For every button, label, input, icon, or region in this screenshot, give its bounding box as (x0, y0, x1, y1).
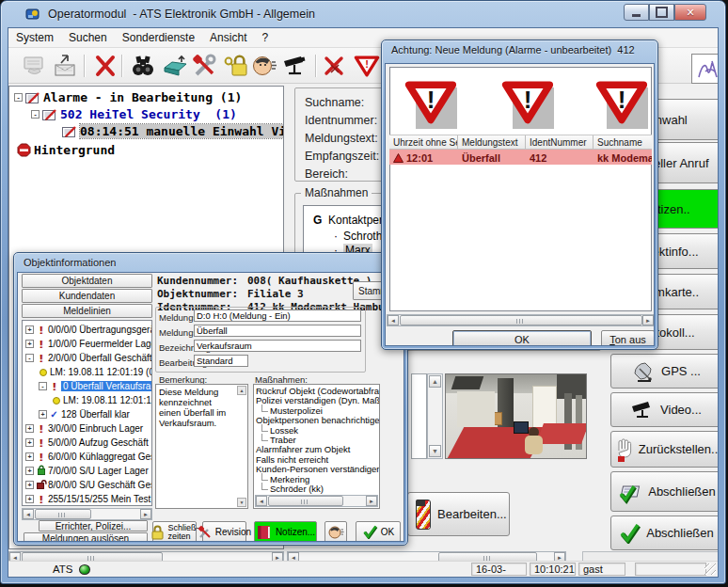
alarmkarte-abschliessen-button[interactable]: Abschließen (610, 471, 719, 512)
collapse-icon[interactable] (25, 354, 34, 362)
zurueckstellen-button[interactable]: Zurückstellen.. (610, 431, 719, 468)
delete-all-icon[interactable] (321, 52, 349, 80)
expand-icon[interactable] (25, 467, 34, 475)
dialog-notizen-button[interactable]: Notizen... (254, 521, 317, 542)
collapse-icon[interactable] (14, 93, 23, 102)
column-identnummer[interactable]: IdentNummer (526, 135, 593, 149)
signature-button[interactable] (691, 54, 719, 84)
bearbeitung-field[interactable]: Standard (194, 355, 248, 367)
menu-sonderdienste[interactable]: Sonderdienste (115, 29, 202, 46)
tree-row[interactable]: 0/0/0/0 Übertragungsgerät Hauptb (23, 323, 151, 337)
bemerkung-box[interactable]: Diese Meldung kennzeichnet einen Überfal… (155, 384, 248, 509)
alert-ok-button[interactable]: OK (452, 330, 592, 346)
tree-row-hintergrund[interactable]: Hintergrund (14, 142, 115, 158)
meldungen-ausloesen-button[interactable]: Meldungen auslösen (24, 532, 148, 542)
tab-kundendaten[interactable]: Kundendaten (22, 289, 152, 303)
tools-icon[interactable] (191, 52, 219, 80)
alarm-horizontal-scrollbar[interactable] (387, 314, 655, 326)
meldungstext-field[interactable]: Überfall (194, 325, 361, 337)
maximize-button[interactable] (649, 4, 674, 21)
tree-row[interactable]: 128 Überfall klar (23, 407, 151, 421)
person-schroth[interactable]: Schroth (343, 230, 382, 243)
expand-icon[interactable] (39, 410, 47, 419)
tree-row[interactable]: 1/0/0/0 Feuermelder Lager (23, 337, 151, 351)
tree-row-einwahl[interactable]: 08:14:51 manuelle Einwahl Videos (59, 123, 284, 139)
operator-speak-icon[interactable] (250, 52, 278, 80)
receive-tray-icon[interactable] (161, 52, 189, 80)
tab-meldelinien[interactable]: Meldelinien (22, 304, 152, 318)
alarm-table-row[interactable]: 12:01 Überfall 412 kk Modema (389, 150, 652, 165)
menu-system[interactable]: System (8, 29, 61, 46)
search-binoculars-icon[interactable] (129, 52, 157, 80)
revision-button[interactable]: Revision (202, 521, 246, 542)
tree-row[interactable]: 255/15/15/255 Mein Test Hauptber (23, 492, 151, 506)
expand-icon[interactable] (25, 495, 34, 503)
tree-row[interactable]: 7/0/0/0 S/U Lager Lager (23, 464, 151, 478)
menu-ansicht[interactable]: Ansicht (202, 29, 254, 46)
scroll-up-icon[interactable]: ▲ (429, 375, 441, 388)
scrollbar-thumb[interactable] (35, 509, 91, 519)
tree-row[interactable]: 6/0/0/0 Kühlaggregat Geschäft (23, 450, 151, 464)
scroll-left-icon[interactable] (256, 496, 267, 506)
scroll-down-icon[interactable]: ▼ (237, 498, 246, 507)
video-button[interactable]: Video... (610, 392, 719, 427)
scroll-right-icon[interactable] (642, 315, 654, 325)
column-meldungstext[interactable]: Meldungstext (458, 135, 526, 149)
abschliessen-button[interactable]: Abschließen (610, 516, 719, 550)
scrollbar-thumb[interactable] (400, 315, 642, 325)
scroll-left-icon[interactable] (23, 509, 34, 519)
svg-text:!: ! (365, 58, 369, 70)
gps-button[interactable]: GPS ... (610, 354, 719, 389)
bearbeiten-button[interactable]: Bearbeiten... (407, 492, 510, 536)
expand-icon[interactable] (25, 481, 34, 489)
minimize-button[interactable] (624, 4, 649, 21)
tree-row-selected[interactable]: 0 Überfall Verkaufsraum (23, 379, 151, 393)
protocol-card-icon[interactable] (20, 52, 48, 80)
scroll-right-icon[interactable] (366, 496, 377, 506)
unlock-key-icon[interactable] (222, 52, 250, 80)
delete-icon[interactable] (91, 52, 119, 80)
dialog-ok-button[interactable]: OK (356, 521, 401, 542)
expand-icon[interactable] (25, 325, 34, 334)
tree-horizontal-scrollbar[interactable] (22, 508, 152, 520)
scroll-left-icon[interactable] (388, 315, 399, 325)
tab-objektdaten[interactable]: Objektdaten (22, 274, 152, 288)
new-alarm-triangle-icon[interactable]: ! (353, 52, 381, 80)
expand-icon[interactable] (25, 424, 34, 433)
scroll-up-icon[interactable]: ▲ (237, 386, 246, 395)
column-suchname[interactable]: Suchname (593, 135, 652, 149)
collapse-icon[interactable] (39, 382, 47, 390)
tree-row[interactable]: 5/0/0/0 Aufzug Geschäft (23, 436, 151, 450)
send-message-icon[interactable] (51, 52, 79, 80)
close-button[interactable] (674, 4, 706, 21)
menu-suchen[interactable]: Suchen (61, 29, 115, 46)
ton-aus-button[interactable]: Ton aus (601, 330, 655, 346)
scrollbar-thumb[interactable] (268, 496, 343, 506)
tree-row[interactable]: 2/0/0/0 Überfall Geschäft (23, 351, 151, 365)
tree-row[interactable]: 8/0/0/0 S/U Geschäft Geschäft (23, 478, 151, 492)
expand-icon[interactable] (25, 438, 34, 447)
tree-row[interactable]: LM: 19.08.11 12:01:19 (0) (23, 365, 151, 379)
expand-icon[interactable] (25, 340, 34, 348)
expand-icon[interactable] (25, 452, 34, 461)
column-uhrzeit[interactable]: Uhrzeit ohne Se... (389, 135, 458, 149)
resize-grip[interactable] (704, 563, 716, 575)
tree-row[interactable]: 3/0/0/0 Einbruch Lager (23, 421, 151, 436)
errichter-polizei-button[interactable]: Errichter, Polizei... (39, 520, 148, 531)
camera-vertical-scrollbar[interactable]: ▲ ▼ (427, 373, 443, 459)
tree-row-alarme[interactable]: Alarme - in Bearbeitung (1) (14, 89, 242, 105)
operator-speak-button[interactable] (324, 521, 347, 542)
massnahmen-box[interactable]: Rückruf Objekt (Codewortabfrage) Polizei… (253, 384, 380, 509)
scroll-down-icon[interactable]: ▼ (429, 445, 441, 457)
menu-help[interactable]: ? (254, 29, 276, 46)
meldungsart-field[interactable]: D:0 H:0 (Meldung - Ein) (194, 309, 361, 322)
collapse-icon[interactable] (31, 110, 40, 119)
schliesszeiten-button[interactable]: Schließ- zeiten (152, 521, 197, 542)
massnahmen-horizontal-scrollbar[interactable] (255, 495, 378, 507)
bezeichnung-field[interactable]: Verkaufsraum (194, 340, 361, 352)
scroll-right-icon[interactable] (140, 509, 151, 519)
video-camera-icon[interactable] (280, 52, 309, 80)
tree-row-heitel[interactable]: 502 HeiTel Security (1) (31, 106, 237, 122)
cctv-dark-corner (557, 374, 587, 399)
tree-row[interactable]: LM: 19.08.11 12:01:19 (23, 393, 151, 407)
